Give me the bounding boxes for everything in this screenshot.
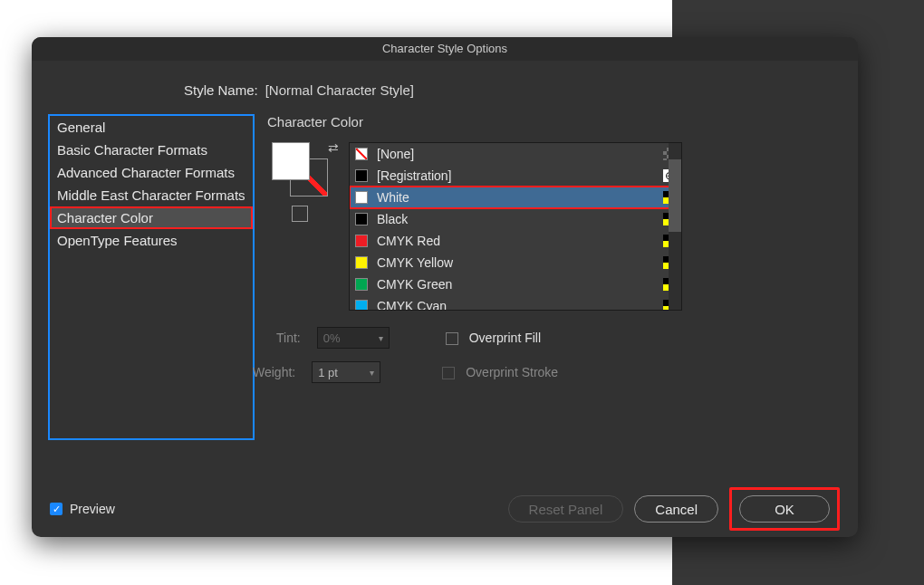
dialog-footer: ✓ Preview Reset Panel Cancel OK xyxy=(32,481,858,537)
swatch-name: White xyxy=(377,190,654,205)
category-item-character-color[interactable]: Character Color xyxy=(50,206,253,229)
swatch-chip-none-icon xyxy=(355,148,368,160)
overprint-stroke-label: Overprint Stroke xyxy=(466,365,558,379)
category-item-basic-character-formats[interactable]: Basic Character Formats xyxy=(50,139,253,161)
swatch-name: [Registration] xyxy=(377,168,654,183)
swatch-row-cmyk-red[interactable]: CMYK Red xyxy=(350,230,681,252)
category-item-opentype-features[interactable]: OpenType Features xyxy=(50,229,253,252)
category-item-advanced-character-formats[interactable]: Advanced Character Formats xyxy=(50,161,253,184)
tint-input[interactable]: 0% ▾ xyxy=(317,327,390,349)
swatch-chip-icon xyxy=(355,256,368,269)
fill-swatch[interactable] xyxy=(272,142,310,180)
ok-button-highlight: OK xyxy=(729,487,840,531)
overprint-stroke-checkbox[interactable] xyxy=(442,365,460,379)
preview-toggle[interactable]: ✓ Preview xyxy=(50,502,115,516)
style-name-label: Style Name: xyxy=(184,82,258,98)
chevron-down-icon: ▾ xyxy=(379,333,383,343)
swatch-row-black[interactable]: Black xyxy=(350,208,681,230)
panel-title: Character Color xyxy=(267,114,842,129)
swatch-list-scrollbar[interactable] xyxy=(669,143,681,310)
dialog-titlebar[interactable]: Character Style Options xyxy=(32,37,858,61)
category-list[interactable]: General Basic Character Formats Advanced… xyxy=(48,114,255,440)
weight-input[interactable]: 1 pt ▾ xyxy=(312,361,380,383)
swatch-chip-icon xyxy=(355,300,368,311)
tint-value: 0% xyxy=(323,331,341,345)
dialog-title: Character Style Options xyxy=(382,42,507,55)
ok-button[interactable]: OK xyxy=(739,495,830,523)
character-style-options-dialog: Character Style Options Style Name: [Nor… xyxy=(32,37,858,537)
swatch-row-registration[interactable]: [Registration] xyxy=(350,165,681,187)
swatch-row-white[interactable]: White xyxy=(350,187,681,208)
reset-panel-button[interactable]: Reset Panel xyxy=(508,495,624,523)
fill-stroke-proxy: ⇄ xyxy=(267,142,332,222)
swatch-name: CMYK Cyan xyxy=(377,299,654,311)
swatch-row-cmyk-green[interactable]: CMYK Green xyxy=(350,273,681,295)
swatch-row-none[interactable]: [None] xyxy=(350,143,681,165)
swatch-chip-icon xyxy=(355,169,368,182)
swatch-name: Black xyxy=(377,212,654,226)
swatch-list[interactable]: [None] [Registration] White xyxy=(349,142,682,311)
swatch-chip-icon xyxy=(355,235,368,247)
swatch-name: CMYK Green xyxy=(377,277,654,292)
swap-fill-stroke-icon[interactable]: ⇄ xyxy=(328,140,339,155)
swatch-name: CMYK Yellow xyxy=(377,255,654,270)
chevron-down-icon: ▾ xyxy=(370,368,374,378)
swatch-chip-icon xyxy=(355,213,368,225)
dialog-content: Style Name: [Normal Character Style] Gen… xyxy=(48,82,842,481)
character-color-panel: Character Color ⇄ xyxy=(267,114,842,440)
swatch-name: CMYK Red xyxy=(377,234,654,248)
tint-label: Tint: xyxy=(276,331,301,345)
weight-value: 1 pt xyxy=(318,366,338,379)
category-item-general[interactable]: General xyxy=(50,116,253,139)
style-name-value: [Normal Character Style] xyxy=(265,82,414,98)
swatch-row-cmyk-cyan[interactable]: CMYK Cyan xyxy=(350,295,681,311)
swatch-chip-icon xyxy=(355,191,368,204)
preview-label: Preview xyxy=(70,502,115,516)
preview-checkbox-checked-icon: ✓ xyxy=(50,503,63,515)
style-name-row: Style Name: [Normal Character Style] xyxy=(184,82,842,98)
swatch-name: [None] xyxy=(377,147,654,161)
weight-label: Weight: xyxy=(253,365,295,379)
swatch-chip-icon xyxy=(355,278,368,291)
overprint-fill-label: Overprint Fill xyxy=(469,331,541,345)
apply-to-container-button[interactable] xyxy=(292,206,308,222)
fill-stroke-wrap[interactable]: ⇄ xyxy=(272,142,328,198)
swatch-row-cmyk-yellow[interactable]: CMYK Yellow xyxy=(350,252,681,273)
category-item-middle-east-character-formats[interactable]: Middle East Character Formats xyxy=(50,184,253,206)
scrollbar-thumb[interactable] xyxy=(669,159,681,232)
overprint-fill-checkbox[interactable] xyxy=(446,331,464,345)
cancel-button[interactable]: Cancel xyxy=(634,495,718,523)
